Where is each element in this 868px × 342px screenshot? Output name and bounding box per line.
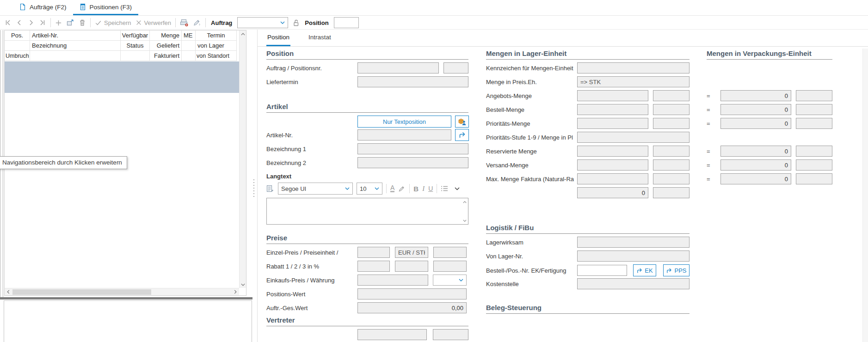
discard-button[interactable]: Verwerfen (135, 19, 172, 26)
pps-button[interactable]: PPS (663, 264, 689, 276)
nur-textposition-button[interactable]: Nur Textposition (357, 116, 451, 128)
print-document-button[interactable] (180, 19, 189, 27)
selected-grid-row[interactable] (5, 61, 239, 93)
horizontal-splitter[interactable] (0, 297, 252, 299)
scroll-up-button[interactable] (240, 31, 246, 37)
col-header-empty (182, 41, 196, 51)
position-label: Position (305, 19, 328, 26)
nav-first-button[interactable] (4, 19, 12, 26)
tab-positionen[interactable]: Positionen (F3) (73, 0, 139, 15)
tab-position[interactable]: Position (266, 30, 290, 46)
scroll-up-button[interactable] (462, 199, 468, 205)
discard-button-label: Verwerfen (144, 19, 172, 26)
col-header-geliefert[interactable]: Geliefert (150, 41, 182, 51)
underline-button[interactable]: U (428, 185, 433, 192)
scroll-left-button[interactable] (5, 288, 12, 295)
col-header-pos[interactable]: Pos. (5, 31, 30, 41)
form-row: Kennzeichen für Mengen-Einheit (486, 62, 689, 73)
col-header-umbruch[interactable]: Umbruch (5, 51, 30, 61)
italic-button[interactable]: I (422, 185, 425, 193)
save-button-label: Speichern (104, 19, 131, 26)
nav-prev-button[interactable] (16, 19, 23, 26)
form-row: Angebots-Menge (486, 90, 689, 101)
form-row: Liefertermin (266, 76, 468, 87)
form-row: Nur Textposition (266, 116, 468, 128)
kennzeichen-label: Kennzeichen für Mengen-Einheit (486, 65, 577, 72)
equals-sign: = (707, 106, 720, 113)
equals-sign: = (707, 176, 720, 183)
font-family-select[interactable]: Segoe UI (278, 183, 353, 195)
liefertermin-label: Liefertermin (266, 79, 357, 86)
vertreter-field-2 (433, 329, 468, 340)
vertreter-field-1 (357, 329, 427, 340)
font-size-value: 10 (360, 185, 366, 192)
copy-record-button[interactable] (66, 19, 74, 26)
col-header-empty (5, 41, 30, 51)
scrollbar-thumb[interactable] (12, 289, 151, 295)
col-header-status[interactable]: Status (121, 41, 150, 51)
section-title-position: Position (266, 49, 468, 60)
waehrung-select[interactable] (433, 275, 467, 286)
bold-button[interactable]: B (413, 185, 419, 193)
col-header-bezeichnung[interactable]: Bezeichnung (30, 41, 121, 51)
font-color-button[interactable]: A (390, 185, 394, 192)
artikelstamm-button[interactable] (455, 116, 469, 128)
text-module-icon[interactable] (266, 185, 274, 193)
toolbar-expand-chevron[interactable] (455, 187, 460, 190)
bestell-pos-nr-field[interactable] (577, 265, 627, 276)
document-icon (19, 3, 26, 11)
nav-next-button[interactable] (27, 19, 35, 26)
navigation-tooltip: Navigationsbereich durch Klicken erweite… (0, 156, 127, 169)
col-header-me[interactable]: ME (182, 31, 196, 41)
scroll-down-button[interactable] (462, 218, 468, 223)
einkaufspreis-field (357, 275, 428, 286)
ek-button[interactable]: EK (633, 264, 656, 276)
col-header-menge[interactable]: Menge (150, 31, 182, 41)
reservierte-menge-field (577, 146, 648, 157)
form-row: Auftr.-Ges.Wert (266, 302, 468, 313)
save-button[interactable]: Speichern (95, 19, 131, 26)
tab-intrastat[interactable]: Intrastat (308, 30, 332, 46)
grid-horizontal-scrollbar[interactable] (5, 288, 239, 295)
app-window: Aufträge (F2) Positionen (F3) Speichern … (0, 0, 868, 342)
highlight-pen-icon[interactable] (398, 185, 406, 192)
col-header-von-lager[interactable]: von Lager (196, 41, 237, 51)
col-header-fakturiert[interactable]: Fakturiert (150, 51, 182, 61)
col-header-von-standort[interactable]: von Standort (196, 51, 237, 61)
new-record-button[interactable] (55, 19, 62, 26)
unlock-icon[interactable] (292, 19, 300, 27)
langtext-textarea[interactable] (266, 198, 468, 225)
goto-artikel-button[interactable] (455, 129, 469, 141)
tab-auftraege[interactable]: Aufträge (F2) (13, 0, 73, 15)
edit-note-button[interactable] (193, 19, 201, 26)
max-faktura-field (577, 173, 648, 184)
position-input[interactable] (334, 17, 359, 28)
form-row: Prioritäts-Menge (486, 118, 689, 129)
einkaufspreis-label: Einkaufs-Preis / Währung (266, 277, 357, 284)
col-header-artikel-nr[interactable]: Artikel-Nr. (30, 31, 121, 41)
bezeichnung2-label: Bezeichnung 2 (266, 159, 357, 166)
detail-vertical-scrollbar[interactable] (862, 49, 868, 342)
section-title-mengen-lager: Mengen in Lager-Einheit (486, 49, 689, 60)
auftrag-select[interactable] (237, 17, 288, 28)
form-row (486, 187, 689, 198)
form-row: Einzel-Preis / Preiseinheit / (266, 247, 468, 258)
textarea-scrollbar[interactable] (462, 198, 468, 224)
delete-record-button[interactable] (79, 19, 86, 26)
grid-vertical-scrollbar[interactable] (239, 31, 246, 288)
prioritaets-menge-field (577, 118, 648, 129)
mengen-summe-einheit-field (653, 187, 689, 198)
reservierte-menge-einheit-field (653, 146, 689, 157)
scroll-down-button[interactable] (240, 281, 246, 288)
col-header-termin[interactable]: Termin (196, 31, 237, 41)
max-faktura-label: Max. Menge Faktura (Natural-Ra (486, 176, 577, 183)
vertical-splitter-handle[interactable] (252, 179, 256, 197)
check-icon (95, 19, 102, 26)
scroll-right-button[interactable] (232, 288, 239, 295)
nav-last-button[interactable] (39, 19, 46, 26)
col-header-verfuegbar[interactable]: Verfügbar (121, 31, 150, 41)
tab-auftraege-label: Aufträge (F2) (30, 4, 67, 11)
font-size-select[interactable]: 10 (357, 183, 382, 195)
auftrag-nr-field (357, 62, 439, 73)
bullet-list-button[interactable] (441, 185, 448, 192)
